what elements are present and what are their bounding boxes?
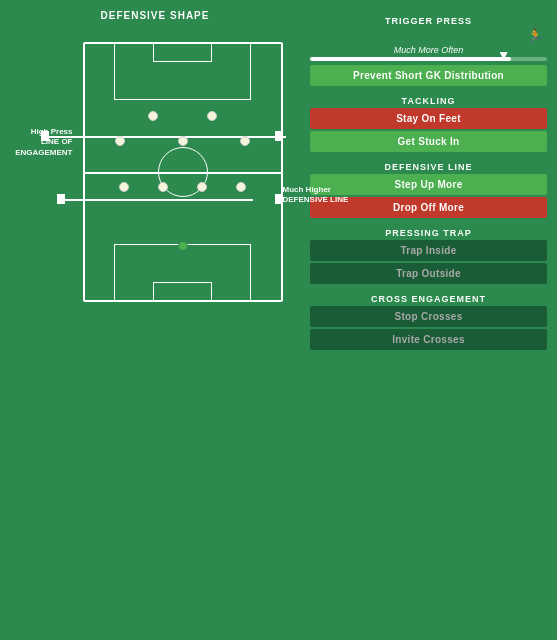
pitch [83,42,283,302]
tackling-section: TACKLING Stay On Feet Get Stuck In [310,92,547,154]
pressing-trap-title: PRESSING TRAP [310,228,547,238]
player-dot [115,136,125,146]
top-penalty [114,44,251,100]
defensive-shape-title: DEFENSIVE SHAPE [101,10,210,21]
trigger-bar-fill [310,57,511,61]
trap-outside-button[interactable]: Trap Outside [310,263,547,284]
cross-engagement-title: CROSS ENGAGEMENT [310,294,547,304]
pitch-wrapper: High PressLINE OFENGAGEMENT Much HigherD… [83,42,283,302]
player-dot [178,136,188,146]
player-dot [236,182,246,192]
prevent-short-gk-button[interactable]: Prevent Short GK Distribution [310,65,547,86]
defensive-line-title: DEFENSIVE LINE [310,162,547,172]
main-container: DEFENSIVE SHAPE High PressLINE OFENGAGEM… [0,0,557,640]
runner-icon: 🏃 [527,28,543,43]
def-left-marker [57,194,65,204]
trap-inside-button[interactable]: Trap Inside [310,240,547,261]
player-dot [197,182,207,192]
def-line-label: Much HigherDEFENSIVE LINE [283,185,373,206]
player-dot [148,111,158,121]
def-right-marker [275,194,283,204]
loe-left-marker [41,131,49,141]
trigger-value-label: Much More Often [310,45,547,55]
player-dot [158,182,168,192]
tackling-title: TACKLING [310,96,547,106]
loe-label: High PressLINE OFENGAGEMENT [0,127,73,158]
defensive-line [58,199,253,201]
loe-right-marker [275,131,283,141]
player-dot [119,182,129,192]
cross-engagement-section: CROSS ENGAGEMENT Stop Crosses Invite Cro… [310,290,547,352]
pressing-trap-section: PRESSING TRAP Trap Inside Trap Outside [310,224,547,286]
left-panel: DEFENSIVE SHAPE High PressLINE OFENGAGEM… [10,10,300,630]
pitch-container [83,42,283,302]
invite-crosses-button[interactable]: Invite Crosses [310,329,547,350]
bottom-goal [153,282,212,300]
trigger-press-bar [310,57,547,61]
stay-on-feet-button[interactable]: Stay On Feet [310,108,547,129]
trigger-press-title: TRIGGER PRESS [310,16,547,26]
goalkeeper-dot [178,241,188,251]
player-dot [207,111,217,121]
player-dot [240,136,250,146]
right-panel: TRIGGER PRESS 🏃 Much More Often Prevent … [310,10,547,630]
trigger-press-section: TRIGGER PRESS 🏃 Much More Often Prevent … [310,12,547,88]
stop-crosses-button[interactable]: Stop Crosses [310,306,547,327]
get-stuck-in-button[interactable]: Get Stuck In [310,131,547,152]
